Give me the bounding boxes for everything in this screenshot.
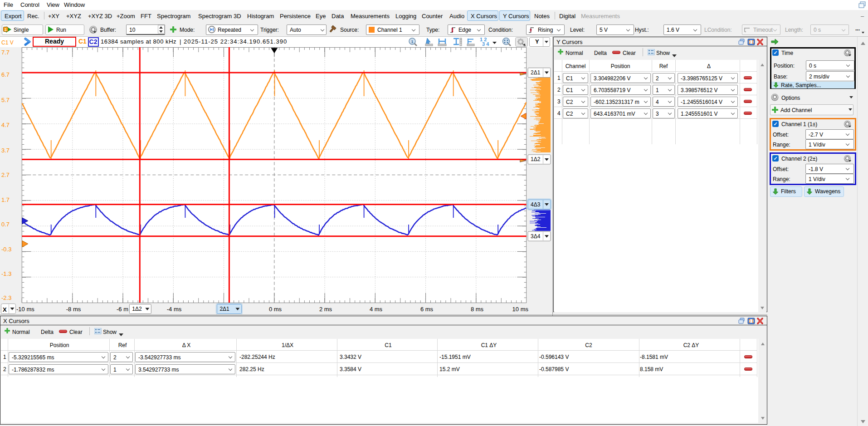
svg-text:2.7: 2.7 [1, 171, 10, 178]
svg-text:1Δ2: 1Δ2 [531, 156, 541, 162]
svg-text:-8 ms: -8 ms [66, 306, 81, 313]
svg-text:3 4: 3 4 [482, 41, 489, 47]
svg-text:-10 ms: -10 ms [16, 306, 34, 313]
svg-text:-1.3: -1.3 [1, 270, 11, 277]
svg-text:1.7: 1.7 [1, 196, 10, 203]
svg-text:4.7: 4.7 [1, 122, 10, 128]
svg-text:2Δ1: 2Δ1 [219, 306, 229, 312]
svg-text:6.7: 6.7 [1, 71, 10, 78]
svg-text:6 ms: 6 ms [420, 306, 434, 313]
svg-text:2 ms: 2 ms [319, 306, 332, 313]
svg-text:2Δ1: 2Δ1 [531, 69, 541, 76]
svg-text:10 ms: 10 ms [512, 306, 529, 313]
svg-text:8 ms: 8 ms [471, 306, 484, 313]
svg-text:-0.3: -0.3 [1, 246, 11, 253]
svg-text:0 ms: 0 ms [269, 306, 282, 313]
svg-text:1Δ2: 1Δ2 [132, 306, 142, 312]
svg-text:-6 m: -6 m [117, 306, 128, 313]
svg-text:7.7: 7.7 [1, 49, 10, 56]
svg-text:X: X [3, 306, 7, 313]
svg-text:0.7: 0.7 [1, 221, 10, 228]
svg-text:3Δ4: 3Δ4 [531, 233, 541, 240]
svg-text:-2.3: -2.3 [1, 294, 11, 301]
svg-text:-4 ms: -4 ms [167, 306, 182, 313]
svg-text:5.7: 5.7 [1, 97, 10, 103]
svg-text:4Δ3: 4Δ3 [531, 201, 541, 208]
svg-text:3.7: 3.7 [1, 147, 10, 154]
svg-text:1: 1 [411, 39, 413, 44]
svg-text:4 ms: 4 ms [370, 306, 383, 313]
